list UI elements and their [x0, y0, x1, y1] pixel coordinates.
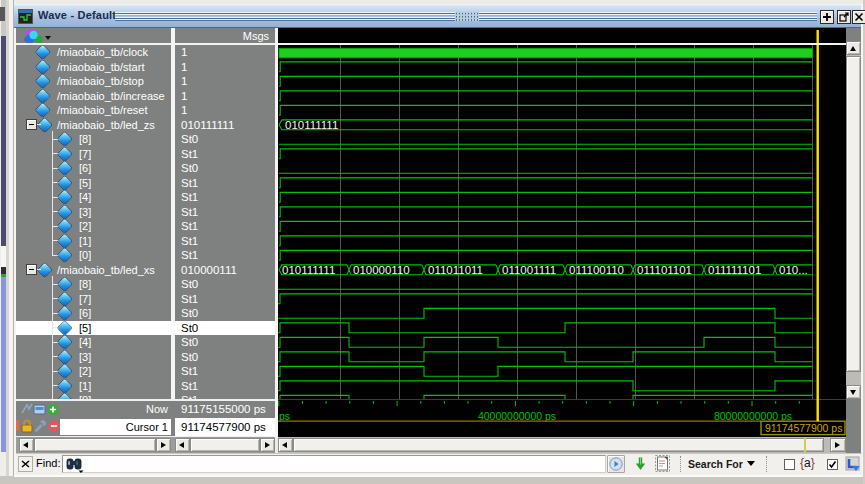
- svg-text:40000000000 ps: 40000000000 ps: [478, 410, 556, 422]
- svg-text:80000000000 ps: 80000000000 ps: [714, 410, 792, 422]
- svg-text:011111101: 011111101: [708, 264, 761, 276]
- svg-text:010...: 010...: [779, 264, 808, 276]
- svg-text:011100110: 011100110: [569, 264, 624, 276]
- svg-text:ps: ps: [279, 410, 290, 422]
- svg-text:011101101: 011101101: [637, 264, 692, 276]
- svg-text:91174577900 ps: 91174577900 ps: [765, 422, 842, 434]
- svg-text:011001111: 011001111: [502, 264, 556, 276]
- svg-text:010111111: 010111111: [285, 119, 338, 131]
- svg-text:010000110: 010000110: [353, 264, 410, 276]
- svg-text:010111111: 010111111: [282, 264, 335, 276]
- svg-text:011011011: 011011011: [428, 264, 483, 276]
